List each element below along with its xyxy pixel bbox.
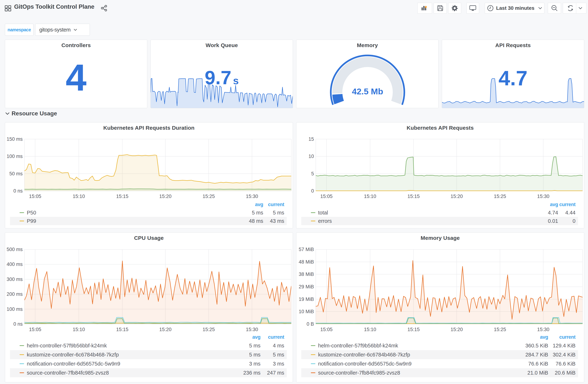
svg-text:0 ns: 0 ns xyxy=(13,188,23,194)
svg-text:500 ms: 500 ms xyxy=(6,247,23,252)
svg-text:15:20: 15:20 xyxy=(450,327,463,332)
svg-text:57 MiB: 57 MiB xyxy=(299,247,314,252)
svg-text:0 ns: 0 ns xyxy=(13,321,23,327)
svg-text:300 ms: 300 ms xyxy=(6,277,23,282)
svg-text:48 MiB: 48 MiB xyxy=(299,259,314,265)
svg-text:15:10: 15:10 xyxy=(364,194,376,199)
svg-text:0: 0 xyxy=(311,188,314,194)
svg-text:15:10: 15:10 xyxy=(73,327,85,332)
svg-text:200 ms: 200 ms xyxy=(6,291,23,297)
svg-text:15:05: 15:05 xyxy=(29,194,41,199)
svg-text:0 B: 0 B xyxy=(307,321,314,327)
svg-text:50 ms: 50 ms xyxy=(9,171,23,176)
svg-text:15:30: 15:30 xyxy=(537,327,549,332)
svg-text:15:20: 15:20 xyxy=(159,194,171,199)
svg-text:15:30: 15:30 xyxy=(246,194,258,199)
svg-text:5: 5 xyxy=(311,171,314,176)
svg-text:15:05: 15:05 xyxy=(29,327,41,332)
svg-text:29 MiB: 29 MiB xyxy=(299,284,314,289)
svg-text:15:15: 15:15 xyxy=(116,327,128,332)
svg-text:15:30: 15:30 xyxy=(537,194,549,199)
svg-text:15:25: 15:25 xyxy=(494,327,506,332)
svg-text:38 MiB: 38 MiB xyxy=(299,272,314,277)
svg-text:10 MiB: 10 MiB xyxy=(299,309,314,314)
svg-text:15: 15 xyxy=(309,136,314,142)
svg-text:15:05: 15:05 xyxy=(320,194,333,199)
svg-text:15:20: 15:20 xyxy=(159,327,171,332)
svg-text:100 ms: 100 ms xyxy=(6,306,23,312)
svg-text:100 ms: 100 ms xyxy=(6,154,23,159)
svg-text:15:15: 15:15 xyxy=(407,327,420,332)
svg-text:15:10: 15:10 xyxy=(364,327,376,332)
svg-text:400 ms: 400 ms xyxy=(6,261,23,267)
svg-text:15:20: 15:20 xyxy=(450,194,463,199)
svg-text:15:25: 15:25 xyxy=(203,327,215,332)
svg-text:15:15: 15:15 xyxy=(116,194,128,199)
svg-text:10: 10 xyxy=(309,154,314,159)
svg-text:15:05: 15:05 xyxy=(320,327,333,332)
svg-text:15:25: 15:25 xyxy=(494,194,506,199)
svg-text:15:15: 15:15 xyxy=(407,194,420,199)
svg-text:15:30: 15:30 xyxy=(246,327,258,332)
svg-text:15:10: 15:10 xyxy=(73,194,85,199)
svg-text:150 ms: 150 ms xyxy=(6,136,23,142)
svg-text:19 MiB: 19 MiB xyxy=(299,297,314,302)
svg-text:15:25: 15:25 xyxy=(203,194,215,199)
svg-text:42.5 Mb: 42.5 Mb xyxy=(352,86,383,96)
